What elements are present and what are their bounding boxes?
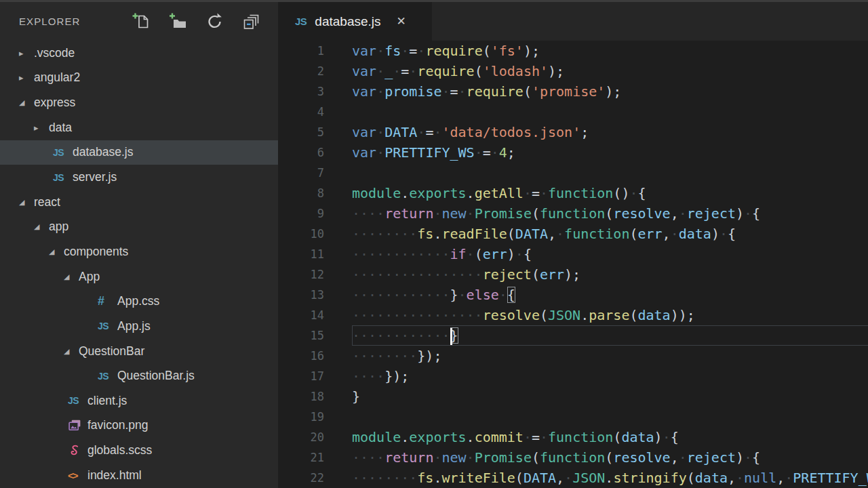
- chevron-expanded-icon: ◢: [49, 247, 64, 256]
- tree-item-label: QuestionBar.js: [117, 369, 195, 383]
- tree-item-label: server.js: [73, 170, 117, 184]
- js-file-icon: JS: [98, 371, 117, 382]
- tree-item-app[interactable]: ◢App: [0, 264, 278, 289]
- tree-item--vscode[interactable]: ▸.vscode: [0, 41, 278, 66]
- line-content: }: [352, 386, 868, 407]
- js-file-icon: JS: [53, 172, 73, 183]
- tree-item-database-js[interactable]: JSdatabase.js: [0, 140, 278, 165]
- code-line-13[interactable]: 13············}·else·{: [278, 285, 868, 305]
- line-content: module.exports.getAll·=·function()·{: [352, 183, 868, 203]
- code-line-9[interactable]: 9····return·new·Promise(function(resolve…: [278, 203, 868, 224]
- code-line-4[interactable]: 4: [278, 102, 868, 122]
- chevron-collapsed-icon: ▸: [19, 73, 34, 83]
- code-line-7[interactable]: 7: [278, 163, 868, 183]
- code-line-2[interactable]: 2var·_·=·require('lodash');: [278, 61, 868, 81]
- code-editor[interactable]: 1var·fs·=·require('fs');2var·_·=·require…: [278, 41, 868, 488]
- chevron-expanded-icon: ◢: [64, 272, 79, 281]
- tree-item-app[interactable]: ◢app: [0, 214, 278, 239]
- code-line-10[interactable]: 10········fs.readFile(DATA,·function(err…: [278, 224, 868, 244]
- line-number: 4: [278, 102, 324, 122]
- css-file-icon: #: [98, 294, 117, 308]
- line-content: var·promise·=·require('promise');: [352, 81, 868, 102]
- code-line-6[interactable]: 6var·PRETTIFY_WS·=·4;: [278, 142, 868, 163]
- tree-item-label: app: [49, 220, 68, 234]
- code-line-20[interactable]: 20module.exports.commit·=·function(data)…: [278, 427, 868, 447]
- tree-item-components[interactable]: ◢components: [0, 239, 278, 264]
- line-number: 20: [278, 427, 324, 447]
- code-line-3[interactable]: 3var·promise·=·require('promise');: [278, 81, 868, 102]
- tree-item-label: react: [34, 195, 60, 209]
- line-content: ················reject(err);: [352, 264, 868, 285]
- tree-item-label: favicon.png: [87, 418, 149, 432]
- line-number: 19: [278, 407, 324, 427]
- new-folder-button[interactable]: [168, 12, 189, 32]
- line-number: 5: [278, 122, 324, 142]
- tree-item-questionbar[interactable]: ◢QuestionBar: [0, 339, 278, 364]
- chevron-expanded-icon: ◢: [19, 198, 34, 207]
- tree-item-angular2[interactable]: ▸angular2: [0, 66, 278, 91]
- line-number: 8: [278, 183, 324, 203]
- code-line-19[interactable]: 19: [278, 407, 868, 427]
- js-file-icon: JS: [53, 147, 73, 158]
- tree-item-app-css[interactable]: #App.css: [0, 289, 278, 314]
- line-content: ············if·(err)·{: [352, 244, 868, 264]
- code-line-21[interactable]: 21····return·new·Promise(function(resolv…: [278, 447, 868, 468]
- line-number: 21: [278, 447, 324, 468]
- line-content: ············}: [352, 325, 868, 346]
- chevron-collapsed-icon: ▸: [19, 48, 34, 58]
- line-number: 7: [278, 163, 324, 183]
- code-line-1[interactable]: 1var·fs·=·require('fs');: [278, 41, 868, 61]
- line-number: 22: [278, 468, 324, 488]
- code-line-18[interactable]: 18}: [278, 386, 868, 407]
- code-line-22[interactable]: 22········fs.writeFile(DATA,·JSON.string…: [278, 468, 868, 488]
- tree-item-client-js[interactable]: JSclient.js: [0, 388, 278, 413]
- tab-database-js[interactable]: JS database.js ✕: [278, 2, 432, 41]
- tree-item-label: globals.scss: [87, 443, 152, 458]
- tree-item-label: .vscode: [34, 46, 75, 60]
- collapse-all-icon: [241, 12, 262, 32]
- tree-item-label: App.css: [117, 294, 159, 308]
- html-file-icon: <>: [68, 470, 87, 481]
- tree-item-data[interactable]: ▸data: [0, 115, 278, 140]
- file-tree: ▸.vscode▸angular2◢express▸dataJSdatabase…: [0, 41, 278, 488]
- tree-item-react[interactable]: ◢react: [0, 190, 278, 215]
- line-number: 15: [278, 325, 324, 346]
- collapse-all-button[interactable]: [241, 12, 262, 32]
- code-line-16[interactable]: 16········});: [278, 346, 868, 366]
- tree-item-questionbar-js[interactable]: JSQuestionBar.js: [0, 363, 278, 388]
- code-line-17[interactable]: 17····});: [278, 366, 868, 386]
- code-line-5[interactable]: 5var·DATA·=·'data/todos.json';: [278, 122, 868, 142]
- line-content: ················resolve(JSON.parse(data)…: [352, 305, 868, 325]
- code-line-14[interactable]: 14················resolve(JSON.parse(dat…: [278, 305, 868, 325]
- tree-item-app-js[interactable]: JSApp.js: [0, 314, 278, 339]
- tree-item-server-js[interactable]: JSserver.js: [0, 165, 278, 190]
- line-content: ········fs.readFile(DATA,·function(err,·…: [352, 224, 868, 244]
- tree-item-express[interactable]: ◢express: [0, 90, 278, 115]
- tree-item-label: App: [79, 270, 100, 284]
- chevron-collapsed-icon: ▸: [34, 123, 49, 133]
- tree-item-favicon-png[interactable]: favicon.png: [0, 413, 278, 439]
- tree-item-globals-scss[interactable]: globals.scss: [0, 438, 278, 463]
- line-content: ········});: [352, 346, 868, 366]
- explorer-actions: [132, 12, 262, 32]
- explorer-sidebar: EXPLORER: [0, 2, 278, 488]
- line-content: ········fs.writeFile(DATA,·JSON.stringif…: [352, 468, 868, 488]
- line-content: [352, 407, 868, 427]
- line-content: var·PRETTIFY_WS·=·4;: [352, 142, 868, 163]
- line-content: var·_·=·require('lodash');: [352, 61, 868, 81]
- tab-close-icon[interactable]: ✕: [397, 14, 406, 28]
- line-content: ····return·new·Promise(function(resolve,…: [352, 447, 868, 468]
- line-number: 1: [278, 41, 324, 61]
- new-file-button[interactable]: [132, 12, 152, 32]
- code-line-15[interactable]: 15············}: [278, 325, 868, 346]
- refresh-button[interactable]: [205, 12, 225, 32]
- window-top-border: [0, 0, 868, 2]
- line-content: var·DATA·=·'data/todos.json';: [352, 122, 868, 142]
- code-line-11[interactable]: 11············if·(err)·{: [278, 244, 868, 264]
- code-line-12[interactable]: 12················reject(err);: [278, 264, 868, 285]
- line-number: 11: [278, 244, 324, 264]
- line-number: 17: [278, 366, 324, 386]
- code-line-8[interactable]: 8module.exports.getAll·=·function()·{: [278, 183, 868, 203]
- line-number: 2: [278, 61, 324, 81]
- tree-item-index-html[interactable]: <>index.html: [0, 463, 278, 488]
